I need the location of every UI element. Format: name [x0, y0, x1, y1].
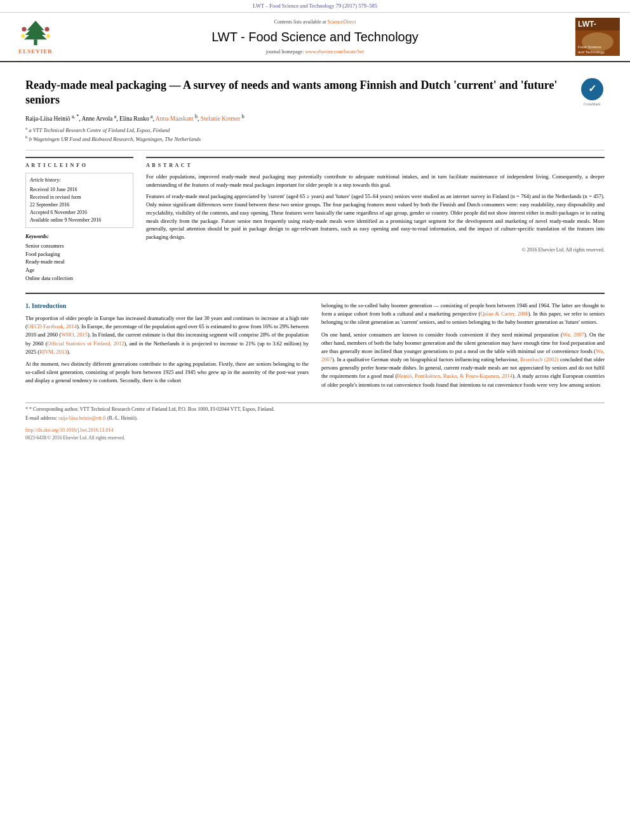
keyword-4: Age [25, 267, 133, 274]
heinio-link[interactable]: Heiniö, Pentikäinen, Rusko, & Peura-Kapa… [397, 373, 513, 379]
lwt-logo-box: LWT- Food Science and Technology [569, 18, 620, 56]
sciencedirect-line: Contents lists available at ScienceDirec… [67, 18, 563, 25]
keywords-section: Keywords: Senior consumers Food packagin… [25, 233, 133, 283]
header: ELSEVIER Contents lists available at Sci… [0, 13, 630, 62]
article-info-label: A R T I C L E I N F O [25, 162, 133, 169]
article-title-text: Ready-made meal packaging — A survey of … [25, 78, 573, 143]
elsevier-logo: ELSEVIER [10, 18, 61, 56]
wu-link-1[interactable]: Wu, 2007 [563, 331, 584, 338]
available-date: Available online 9 November 2016 [30, 217, 129, 224]
svg-rect-1 [34, 39, 37, 45]
oecd-link[interactable]: OECD Factbook, 2014 [27, 323, 77, 330]
section-divider [25, 293, 605, 294]
svg-point-8 [46, 34, 50, 37]
intro-right-text: belonging to the so-called baby boomer g… [321, 302, 605, 389]
article-history-box: Article history: Received 10 June 2016 R… [25, 173, 133, 228]
intro-left-text: The proportion of older people in Europe… [25, 314, 309, 385]
svg-point-5 [22, 27, 26, 31]
journal-ref-text: LWT – Food Science and Technology 79 (20… [253, 3, 377, 9]
wu-link-2[interactable]: Wu, 2007 [321, 348, 605, 363]
history-title: Article history: [30, 177, 129, 184]
abstract-para-2: Features of ready-made meal packaging ap… [146, 192, 605, 241]
abstract-text: For older populations, improved ready-ma… [146, 173, 605, 241]
authors-text: Raija-Liisa Heiniö [25, 116, 72, 122]
affiliation-a: a a VTT Technical Research Centre of Fin… [25, 126, 573, 135]
copyright-line: © 2016 Elsevier Ltd. All rights reserved… [146, 246, 605, 253]
keyword-5: Online data collection [25, 275, 133, 283]
svg-point-7 [22, 34, 25, 37]
journal-ref-bar: LWT – Food Science and Technology 79 (20… [0, 0, 630, 13]
revised-date: Received in revised form22 September 201… [30, 194, 129, 209]
intro-heading: 1. Introduction [25, 302, 309, 310]
intro-left-col: 1. Introduction The proportion of older … [25, 302, 309, 393]
homepage-line: journal homepage: www.elsevier.com/locat… [67, 48, 563, 55]
intro-para-2: At the moment, two distinctly different … [25, 360, 309, 385]
svg-point-6 [44, 27, 49, 31]
homepage-link[interactable]: www.elsevier.com/locate/lwt [305, 49, 364, 55]
abstract-label: A B S T R A C T [146, 162, 605, 169]
elsevier-text: ELSEVIER [18, 48, 53, 56]
keywords-title: Keywords: [25, 233, 133, 241]
intro-para-4: On one hand, senior consumers are known … [321, 331, 605, 389]
who-link[interactable]: WHO, 2015 [61, 331, 88, 338]
article-title: Ready-made meal packaging — A survey of … [25, 78, 573, 108]
footnote-star: * * Corresponding author. VTT Technical … [25, 406, 605, 413]
brombach-link[interactable]: Brombach (2002) [520, 356, 559, 363]
rivm-link[interactable]: RIVM, 2013 [39, 349, 67, 355]
abstract-col: A B S T R A C T For older populations, i… [146, 157, 605, 284]
received-date: Received 10 June 2016 [30, 186, 129, 194]
intro-right-col: belonging to the so-called baby boomer g… [321, 302, 605, 393]
journal-title-header: LWT - Food Science and Technology [67, 28, 563, 46]
header-center: Contents lists available at ScienceDirec… [67, 18, 563, 55]
intro-para-3: belonging to the so-called baby boomer g… [321, 302, 605, 327]
footer-line: 0023-6438/© 2016 Elsevier Ltd. All right… [25, 435, 605, 442]
osf-link[interactable]: Official Statistics of Finland, 2012 [47, 340, 124, 347]
sciencedirect-link[interactable]: ScienceDirect [328, 19, 356, 25]
introduction-section: 1. Introduction The proportion of older … [25, 302, 605, 393]
keyword-2: Food packaging [25, 251, 133, 258]
footnote-area: * * Corresponding author. VTT Technical … [25, 403, 605, 442]
intro-para-1: The proportion of older people in Europe… [25, 314, 309, 356]
affiliation-b: b b Wageningen UR Food and Biobased Rese… [25, 135, 573, 143]
keyword-1: Senior consumers [25, 243, 133, 250]
crossmark-label: CrossMark [584, 102, 601, 107]
email-link[interactable]: raija-liisa.heinio@vtt.fi [58, 415, 106, 421]
lwt-logo-svg: LWT- Food Science and Technology [575, 18, 620, 56]
keyword-3: Ready-made meal [25, 258, 133, 266]
footnote-email: E-mail address: raija-liisa.heinio@vtt.f… [25, 415, 605, 422]
article-body: A R T I C L E I N F O Article history: R… [25, 157, 605, 284]
affiliations: a a VTT Technical Research Centre of Fin… [25, 126, 573, 143]
crossmark-icon[interactable]: ✓ [581, 78, 603, 100]
elsevier-tree-icon [17, 18, 55, 46]
lwt-logo: LWT- Food Science and Technology [575, 18, 620, 56]
crossmark-badge[interactable]: ✓ CrossMark [579, 78, 605, 107]
article-title-section: Ready-made meal packaging — A survey of … [25, 69, 605, 150]
article-info-col: A R T I C L E I N F O Article history: R… [25, 157, 133, 284]
main-content: Ready-made meal packaging — A survey of … [0, 62, 630, 448]
svg-text:and Technology: and Technology [578, 50, 605, 54]
svg-text:LWT-: LWT- [578, 20, 596, 29]
doi-line[interactable]: http://dx.doi.org/10.1016/j.lwt.2016.11.… [25, 427, 605, 434]
abstract-para-1: For older populations, improved ready-ma… [146, 173, 605, 189]
article-authors: Raija-Liisa Heiniö a, *, Anne Arvola a, … [25, 113, 573, 123]
quine-link[interactable]: Quine & Carter, 2006 [480, 310, 528, 317]
accepted-date: Accepted 6 November 2016 [30, 209, 129, 217]
svg-text:Food Science: Food Science [578, 45, 601, 49]
